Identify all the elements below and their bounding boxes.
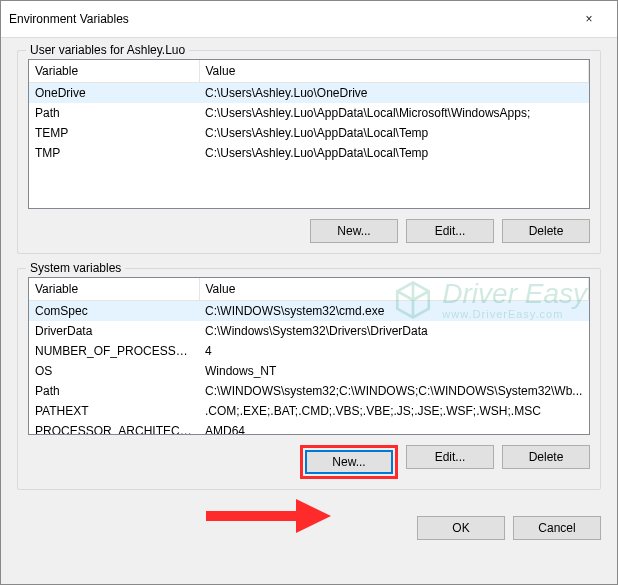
system-buttons-row: New... Edit... Delete [28,445,590,479]
table-row[interactable]: NUMBER_OF_PROCESSORS 4 [29,341,589,361]
dialog-buttons-row: OK Cancel [1,516,617,554]
system-delete-button[interactable]: Delete [502,445,590,469]
user-new-button[interactable]: New... [310,219,398,243]
table-row[interactable]: TEMP C:\Users\Ashley.Luo\AppData\Local\T… [29,123,589,143]
window-title: Environment Variables [9,12,569,26]
user-buttons-row: New... Edit... Delete [28,219,590,243]
table-row[interactable]: Path C:\WINDOWS\system32;C:\WINDOWS;C:\W… [29,381,589,401]
system-variables-group: System variables Variable Value ComSpec … [17,268,601,490]
cancel-button[interactable]: Cancel [513,516,601,540]
system-variables-table[interactable]: Variable Value ComSpec C:\WINDOWS\system… [28,277,590,435]
table-row[interactable]: ComSpec C:\WINDOWS\system32\cmd.exe [29,301,589,322]
table-row[interactable]: OS Windows_NT [29,361,589,381]
user-group-title: User variables for Ashley.Luo [26,43,189,57]
user-col-variable[interactable]: Variable [29,60,199,83]
titlebar: Environment Variables × [1,1,617,38]
system-edit-button[interactable]: Edit... [406,445,494,469]
annotation-highlight: New... [300,445,398,479]
close-icon: × [585,12,592,26]
user-col-value[interactable]: Value [199,60,589,83]
user-edit-button[interactable]: Edit... [406,219,494,243]
table-row[interactable]: DriverData C:\Windows\System32\Drivers\D… [29,321,589,341]
table-row[interactable]: TMP C:\Users\Ashley.Luo\AppData\Local\Te… [29,143,589,163]
user-delete-button[interactable]: Delete [502,219,590,243]
table-row[interactable]: PROCESSOR_ARCHITECTURE AMD64 [29,421,589,435]
user-variables-table[interactable]: Variable Value OneDrive C:\Users\Ashley.… [28,59,590,209]
close-button[interactable]: × [569,7,609,31]
system-new-button[interactable]: New... [305,450,393,474]
user-variables-group: User variables for Ashley.Luo Variable V… [17,50,601,254]
system-group-title: System variables [26,261,125,275]
table-row[interactable]: OneDrive C:\Users\Ashley.Luo\OneDrive [29,83,589,104]
system-col-variable[interactable]: Variable [29,278,199,301]
table-row[interactable]: Path C:\Users\Ashley.Luo\AppData\Local\M… [29,103,589,123]
system-col-value[interactable]: Value [199,278,589,301]
dialog-body: User variables for Ashley.Luo Variable V… [1,38,617,516]
ok-button[interactable]: OK [417,516,505,540]
table-row[interactable]: PATHEXT .COM;.EXE;.BAT;.CMD;.VBS;.VBE;.J… [29,401,589,421]
